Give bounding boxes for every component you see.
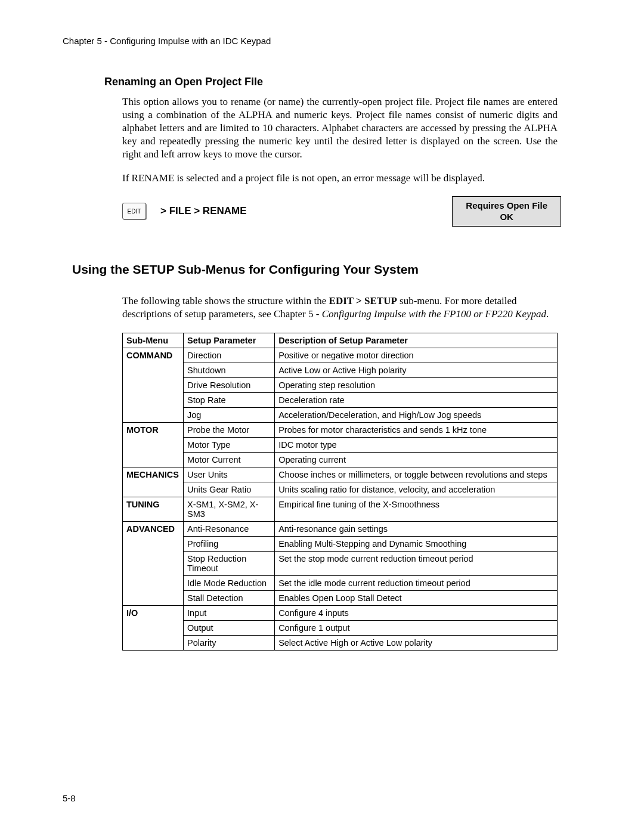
requires-open-file-message: Requires Open File OK (452, 196, 561, 227)
submenu-cell-cont (123, 620, 184, 635)
desc-cell: Set the idle mode current reduction time… (275, 575, 558, 590)
desc-cell: Configure 1 output (275, 620, 558, 635)
submenu-cell-cont (123, 536, 184, 551)
submenu-cell-cont (123, 437, 184, 452)
page-number: 5-8 (63, 793, 76, 803)
submenu-cell: MECHANICS (123, 467, 184, 482)
table-row: OutputConfigure 1 output (123, 620, 558, 635)
submenu-cell-cont (123, 590, 184, 605)
desc-cell: Choose inches or millimeters, or toggle … (275, 467, 558, 482)
table-row: MECHANICSUser UnitsChoose inches or mill… (123, 467, 558, 482)
breadcrumb-path: > FILE > RENAME (160, 205, 247, 217)
table-row: Stop RateDeceleration rate (123, 392, 558, 407)
desc-cell: Positive or negative motor direction (275, 348, 558, 363)
table-row: I/OInputConfigure 4 inputs (123, 605, 558, 620)
param-cell: Idle Mode Reduction (184, 575, 275, 590)
intro-pre: The following table shows the structure … (122, 295, 329, 306)
th-description: Description of Setup Parameter (275, 333, 558, 348)
submenu-cell-cont (123, 635, 184, 650)
submenu-cell-cont (123, 392, 184, 407)
submenu-cell-cont (123, 482, 184, 497)
desc-cell: Empirical fine tuning of the X-Smoothnes… (275, 497, 558, 521)
table-row: Drive ResolutionOperating step resolutio… (123, 377, 558, 392)
intro-bold: EDIT > SETUP (329, 295, 397, 306)
param-cell: User Units (184, 467, 275, 482)
msg-line-2: OK (500, 211, 513, 223)
desc-cell: Set the stop mode current reduction time… (275, 551, 558, 575)
desc-cell: Configure 4 inputs (275, 605, 558, 620)
param-cell: Shutdown (184, 363, 275, 377)
table-row: Idle Mode ReductionSet the idle mode cur… (123, 575, 558, 590)
param-cell: Probe the Motor (184, 422, 275, 437)
desc-cell: Anti-resonance gain settings (275, 521, 558, 536)
table-row: Motor TypeIDC motor type (123, 437, 558, 452)
table-row: ProfilingEnabling Multi-Stepping and Dyn… (123, 536, 558, 551)
setup-table: Sub-Menu Setup Parameter Description of … (122, 333, 558, 651)
desc-cell: Units scaling ratio for distance, veloci… (275, 482, 558, 497)
desc-cell: Probes for motor characteristics and sen… (275, 422, 558, 437)
desc-cell: Operating step resolution (275, 377, 558, 392)
submenu-cell-cont (123, 377, 184, 392)
param-cell: Anti-Resonance (184, 521, 275, 536)
chapter-header: Chapter 5 - Configuring Impulse with an … (63, 36, 581, 46)
table-row: MOTORProbe the MotorProbes for motor cha… (123, 422, 558, 437)
paragraph-rename-error: If RENAME is selected and a project file… (122, 172, 558, 185)
param-cell: Stall Detection (184, 590, 275, 605)
param-cell: Motor Type (184, 437, 275, 452)
th-parameter: Setup Parameter (184, 333, 275, 348)
desc-cell: Acceleration/Deceleration, and High/Low … (275, 407, 558, 422)
submenu-cell: MOTOR (123, 422, 184, 437)
breadcrumb-row: EDIT > FILE > RENAME Requires Open File … (122, 196, 581, 227)
submenu-cell: COMMAND (123, 348, 184, 363)
desc-cell: Select Active High or Active Low polarit… (275, 635, 558, 650)
table-row: PolaritySelect Active High or Active Low… (123, 635, 558, 650)
table-row: ShutdownActive Low or Active High polari… (123, 363, 558, 377)
table-row: COMMANDDirectionPositive or negative mot… (123, 348, 558, 363)
paragraph-rename-desc: This option allows you to rename (or nam… (122, 95, 558, 161)
main-title-setup: Using the SETUP Sub-Menus for Configurin… (72, 262, 581, 277)
section-title-renaming: Renaming an Open Project File (104, 76, 581, 88)
submenu-cell-cont (123, 407, 184, 422)
intro-post: . (546, 308, 549, 320)
param-cell: Output (184, 620, 275, 635)
table-row: TUNINGX-SM1, X-SM2, X-SM3Empirical fine … (123, 497, 558, 521)
desc-cell: Deceleration rate (275, 392, 558, 407)
param-cell: Units Gear Ratio (184, 482, 275, 497)
desc-cell: Enables Open Loop Stall Detect (275, 590, 558, 605)
table-row: Motor CurrentOperating current (123, 452, 558, 467)
param-cell: Stop Rate (184, 392, 275, 407)
table-row: JogAcceleration/Deceleration, and High/L… (123, 407, 558, 422)
desc-cell: IDC motor type (275, 437, 558, 452)
desc-cell: Active Low or Active High polarity (275, 363, 558, 377)
submenu-cell-cont (123, 363, 184, 377)
intro-ital: Configuring Impulse with the FP100 or FP… (322, 308, 546, 320)
param-cell: Polarity (184, 635, 275, 650)
param-cell: Motor Current (184, 452, 275, 467)
param-cell: Input (184, 605, 275, 620)
table-row: Units Gear RatioUnits scaling ratio for … (123, 482, 558, 497)
msg-line-1: Requires Open File (466, 200, 547, 212)
desc-cell: Operating current (275, 452, 558, 467)
param-cell: Profiling (184, 536, 275, 551)
submenu-cell-cont (123, 575, 184, 590)
edit-key-icon: EDIT (122, 203, 146, 219)
submenu-cell: I/O (123, 605, 184, 620)
table-row: ADVANCEDAnti-ResonanceAnti-resonance gai… (123, 521, 558, 536)
desc-cell: Enabling Multi-Stepping and Dynamic Smoo… (275, 536, 558, 551)
table-row: Stop Reduction TimeoutSet the stop mode … (123, 551, 558, 575)
th-submenu: Sub-Menu (123, 333, 184, 348)
submenu-cell: ADVANCED (123, 521, 184, 536)
param-cell: Stop Reduction Timeout (184, 551, 275, 575)
param-cell: Drive Resolution (184, 377, 275, 392)
table-row: Stall DetectionEnables Open Loop Stall D… (123, 590, 558, 605)
intro-paragraph: The following table shows the structure … (122, 295, 558, 321)
submenu-cell: TUNING (123, 497, 184, 521)
submenu-cell-cont (123, 452, 184, 467)
param-cell: X-SM1, X-SM2, X-SM3 (184, 497, 275, 521)
submenu-cell-cont (123, 551, 184, 575)
param-cell: Jog (184, 407, 275, 422)
param-cell: Direction (184, 348, 275, 363)
table-header-row: Sub-Menu Setup Parameter Description of … (123, 333, 558, 348)
